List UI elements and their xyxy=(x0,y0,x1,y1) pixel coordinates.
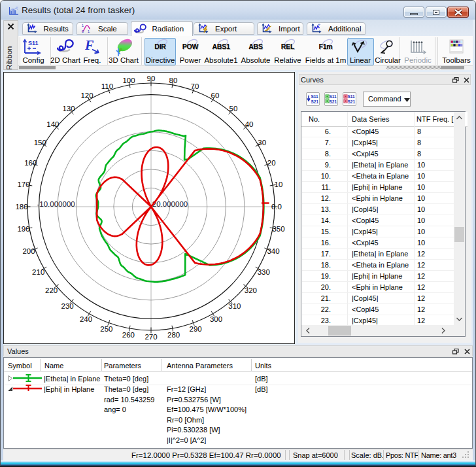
svg-text:320: 320 xyxy=(245,286,257,294)
svg-text:S21: S21 xyxy=(311,99,319,104)
svg-text:130: 130 xyxy=(62,105,75,112)
svg-text:300: 300 xyxy=(210,315,222,323)
svg-text:ABS: ABS xyxy=(248,43,263,50)
svg-text:90: 90 xyxy=(147,75,156,82)
svg-text:150: 150 xyxy=(34,139,46,147)
svg-text:S21: S21 xyxy=(348,99,356,104)
svg-text:S21: S21 xyxy=(330,99,337,104)
svg-text:REL: REL xyxy=(281,43,295,50)
svg-text:220: 220 xyxy=(45,286,58,294)
svg-text:330: 330 xyxy=(258,268,270,276)
svg-text:240: 240 xyxy=(80,315,92,323)
svg-text:F1m: F1m xyxy=(319,43,333,50)
svg-text:280: 280 xyxy=(167,331,180,339)
svg-text:ABS1: ABS1 xyxy=(212,43,230,50)
svg-text:120: 120 xyxy=(80,92,93,99)
svg-text:140: 140 xyxy=(46,120,59,128)
svg-text:310: 310 xyxy=(228,302,241,310)
svg-text:80: 80 xyxy=(169,77,178,84)
svg-text:180: 180 xyxy=(15,203,27,211)
svg-text:0: 0 xyxy=(82,29,84,33)
svg-text:1: 1 xyxy=(88,29,90,33)
svg-text:70: 70 xyxy=(191,82,199,90)
svg-text:170: 170 xyxy=(17,181,29,188)
svg-text:20: 20 xyxy=(267,159,276,167)
svg-text:1: 1 xyxy=(82,24,84,27)
svg-text:190: 190 xyxy=(17,225,29,233)
svg-text:250: 250 xyxy=(100,325,112,333)
svg-text:350: 350 xyxy=(272,225,284,233)
svg-text:230: 230 xyxy=(61,302,74,310)
svg-text:POW: POW xyxy=(182,43,199,50)
svg-text:210: 210 xyxy=(32,268,44,276)
svg-text:DIR: DIR xyxy=(154,43,166,50)
svg-text:110: 110 xyxy=(101,82,113,90)
svg-text:270: 270 xyxy=(144,333,157,341)
svg-text:160: 160 xyxy=(24,159,37,167)
svg-text:290: 290 xyxy=(190,325,202,333)
svg-text:S11: S11 xyxy=(330,94,337,99)
svg-text:100: 100 xyxy=(122,77,135,84)
svg-text:S11: S11 xyxy=(311,94,319,99)
svg-text:340: 340 xyxy=(267,247,279,255)
svg-text:10: 10 xyxy=(275,181,283,188)
svg-text:50: 50 xyxy=(230,105,238,112)
svg-text:30: 30 xyxy=(258,139,266,147)
svg-text:0.0: 0.0 xyxy=(271,203,282,211)
svg-text:S11: S11 xyxy=(348,94,356,99)
svg-text:200: 200 xyxy=(22,247,35,255)
svg-text:40: 40 xyxy=(245,120,254,128)
svg-text:S11: S11 xyxy=(28,40,39,46)
svg-text:260: 260 xyxy=(122,331,135,339)
svg-text:60: 60 xyxy=(211,92,220,99)
svg-text:-10.000000: -10.000000 xyxy=(37,200,75,208)
